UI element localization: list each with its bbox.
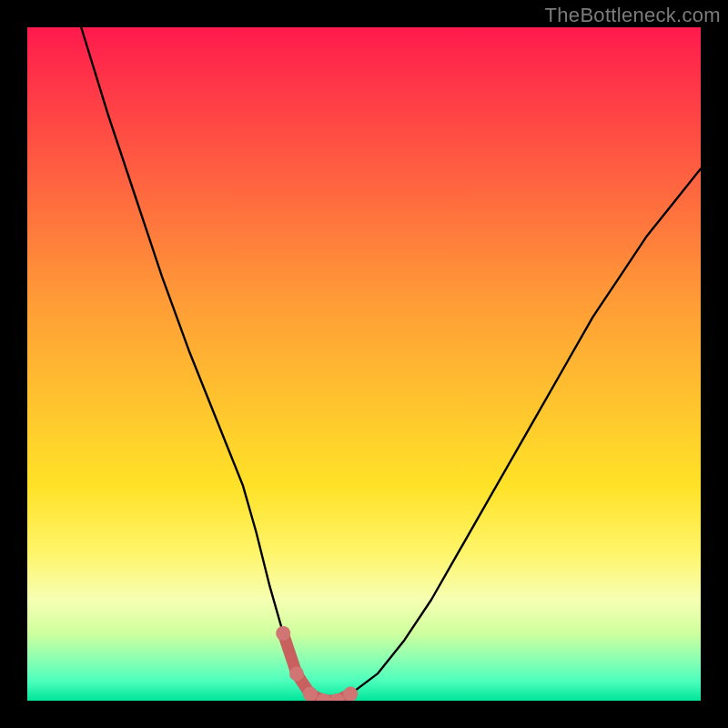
marker-dot [343,687,358,701]
marker-dot [276,626,290,641]
chart-stage: TheBottleneck.com [0,0,728,728]
marker-connector [283,633,350,701]
marker-dot [303,687,318,701]
curve-layer [81,27,701,701]
chart-overlay-svg [27,27,701,701]
marker-layer [276,626,358,701]
plot-area [27,27,701,701]
bottleneck-curve [81,27,701,701]
watermark-text: TheBottleneck.com [545,4,721,27]
marker-dot [289,666,304,681]
